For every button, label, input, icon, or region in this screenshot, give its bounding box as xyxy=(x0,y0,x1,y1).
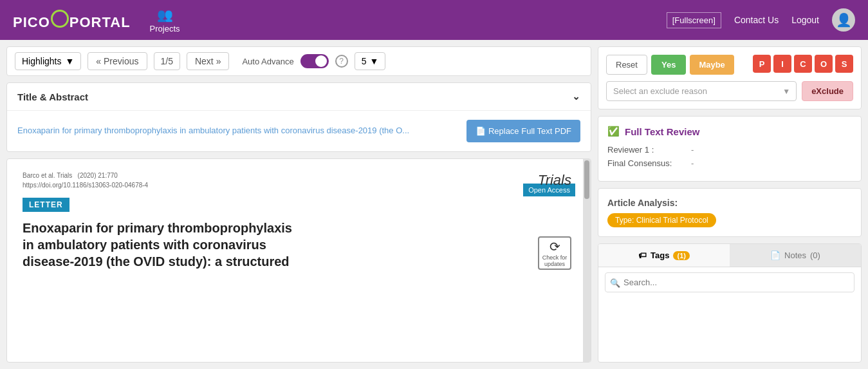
check-updates-button[interactable]: ⟳ Check for updates xyxy=(538,236,571,270)
search-input[interactable] xyxy=(605,272,854,292)
label-s-button[interactable]: S xyxy=(835,55,853,73)
left-panel: Highlights ▼ « Previous 1/5 Next » Auto … xyxy=(6,46,591,363)
toggle-thumb xyxy=(315,55,327,67)
notes-icon: 📄 xyxy=(770,251,780,260)
main-container: Highlights ▼ « Previous 1/5 Next » Auto … xyxy=(0,40,868,369)
logout-link[interactable]: Logout xyxy=(791,15,819,25)
right-panel: Reset Yes Maybe P I C O S Select an excl… xyxy=(598,46,862,363)
reviewer1-row: Reviewer 1 : - xyxy=(607,145,852,155)
search-wrapper: 🔍 xyxy=(605,272,854,292)
tags-notes-tabs: 🏷 Tags (1) 📄 Notes (0) xyxy=(598,244,861,267)
tags-search-area: 🔍 xyxy=(598,267,861,298)
nav-projects-label: Projects xyxy=(150,24,180,33)
analysis-tag: Type: Clinical Trial Protocol xyxy=(607,213,716,227)
header-right: [Fullscreen] Contact Us Logout 👤 xyxy=(667,8,855,32)
number-dropdown[interactable]: 5 ▼ xyxy=(355,52,386,70)
pdf-letter-badge: LETTER xyxy=(23,198,69,212)
highlights-chevron-icon: ▼ xyxy=(65,56,74,66)
highlights-dropdown[interactable]: Highlights ▼ xyxy=(15,52,81,70)
tag-icon: 🏷 xyxy=(638,251,647,260)
fullscreen-button[interactable]: [Fullscreen] xyxy=(667,12,721,28)
article-section: Title & Abstract ⌄ Enoxaparin for primar… xyxy=(6,82,591,152)
contact-us-link[interactable]: Contact Us xyxy=(734,15,779,25)
pdf-scrollbar-thumb xyxy=(584,160,589,199)
nav-projects[interactable]: 👥 Projects xyxy=(150,7,180,33)
review-title-text: Full Text Review xyxy=(625,126,699,137)
auto-advance-toggle[interactable] xyxy=(300,54,329,68)
decision-panel: Reset Yes Maybe P I C O S Select an excl… xyxy=(598,46,862,109)
exclude-row: Select an exclude reason ▼ eXclude xyxy=(606,81,853,101)
exclude-reason-select[interactable]: Select an exclude reason xyxy=(606,81,797,101)
file-icon: 📄 xyxy=(476,126,488,136)
section-content: Enoxaparin for primary thromboprophylaxi… xyxy=(7,111,591,151)
label-i-button[interactable]: I xyxy=(773,55,791,73)
exclude-select-wrapper: Select an exclude reason ▼ xyxy=(606,81,797,101)
pdf-meta-doi: https://doi.org/10.1186/s13063-020-04678… xyxy=(23,182,575,189)
highlights-label: Highlights xyxy=(22,56,61,66)
tags-tab-label: Tags xyxy=(651,251,669,260)
pdf-preview: Barco et al. Trials (2020) 21:770 https:… xyxy=(6,158,591,363)
tags-tab[interactable]: 🏷 Tags (1) xyxy=(598,244,730,267)
replace-full-text-button[interactable]: 📄 Replace Full Text PDF xyxy=(466,120,580,142)
pdf-meta-authors: Barco et al. Trials (2020) 21:770 xyxy=(23,172,575,179)
consensus-row: Final Consensus: - xyxy=(607,158,852,168)
analysis-title: Article Analysis: xyxy=(607,198,852,208)
tags-count: (1) xyxy=(673,251,689,260)
next-button[interactable]: Next » xyxy=(187,52,229,70)
notes-count: (0) xyxy=(810,251,820,260)
section-collapse-icon[interactable]: ⌄ xyxy=(572,91,580,102)
avatar[interactable]: 👤 xyxy=(832,8,855,32)
logo-circle xyxy=(51,10,69,28)
logo-pico: PICO xyxy=(13,14,50,30)
toolbar: Highlights ▼ « Previous 1/5 Next » Auto … xyxy=(6,46,591,76)
reviewer1-value: - xyxy=(691,145,694,155)
pdf-content: Barco et al. Trials (2020) 21:770 https:… xyxy=(7,159,591,283)
consensus-label: Final Consensus: xyxy=(607,158,685,168)
full-text-review-panel: ✅ Full Text Review Reviewer 1 : - Final … xyxy=(598,116,862,182)
reviewer1-label: Reviewer 1 : xyxy=(607,145,685,155)
yes-button[interactable]: Yes xyxy=(651,55,686,75)
projects-icon: 👥 xyxy=(157,7,173,23)
pdf-scrollbar[interactable] xyxy=(583,159,591,362)
previous-button[interactable]: « Previous xyxy=(88,52,147,70)
label-p-button[interactable]: P xyxy=(753,55,771,73)
tags-notes-panel: 🏷 Tags (1) 📄 Notes (0) 🔍 xyxy=(598,243,862,363)
label-o-button[interactable]: O xyxy=(815,55,833,73)
article-analysis-panel: Article Analysis: Type: Clinical Trial P… xyxy=(598,188,862,237)
decision-buttons: Reset Yes Maybe P I C O S xyxy=(606,55,853,75)
consensus-value: - xyxy=(691,158,694,168)
number-chevron-icon: ▼ xyxy=(369,56,378,66)
check-updates-icon: ⟳ xyxy=(549,239,560,254)
logo-text: PICOPORTAL xyxy=(13,9,131,31)
label-c-button[interactable]: C xyxy=(794,55,812,73)
logo: PICOPORTAL xyxy=(13,9,131,31)
pdf-journal-name: Trials xyxy=(538,172,571,189)
section-title: Title & Abstract xyxy=(17,91,88,102)
notes-tab-label: Notes xyxy=(784,251,806,260)
section-header: Title & Abstract ⌄ xyxy=(7,83,591,111)
notes-tab[interactable]: 📄 Notes (0) xyxy=(730,244,861,267)
maybe-button[interactable]: Maybe xyxy=(690,55,734,75)
logo-portal: PORTAL xyxy=(69,14,131,30)
article-title: Enoxaparin for primary thromboprophylaxi… xyxy=(17,125,459,137)
label-buttons: P I C O S xyxy=(753,55,853,75)
auto-advance-label: Auto Advance xyxy=(242,57,293,66)
search-icon: 🔍 xyxy=(610,278,620,287)
number-value: 5 xyxy=(362,56,367,66)
header: PICOPORTAL 👥 Projects [Fullscreen] Conta… xyxy=(0,0,868,40)
full-text-review-title: ✅ Full Text Review xyxy=(607,126,852,137)
checkbox-icon: ✅ xyxy=(607,126,620,137)
pdf-article-title: Enoxaparin for primary thromboprophylaxi… xyxy=(23,220,575,270)
page-indicator: 1/5 xyxy=(154,52,180,70)
exclude-button[interactable]: eXclude xyxy=(802,81,853,101)
help-icon[interactable]: ? xyxy=(335,55,348,68)
reset-button[interactable]: Reset xyxy=(606,55,647,75)
